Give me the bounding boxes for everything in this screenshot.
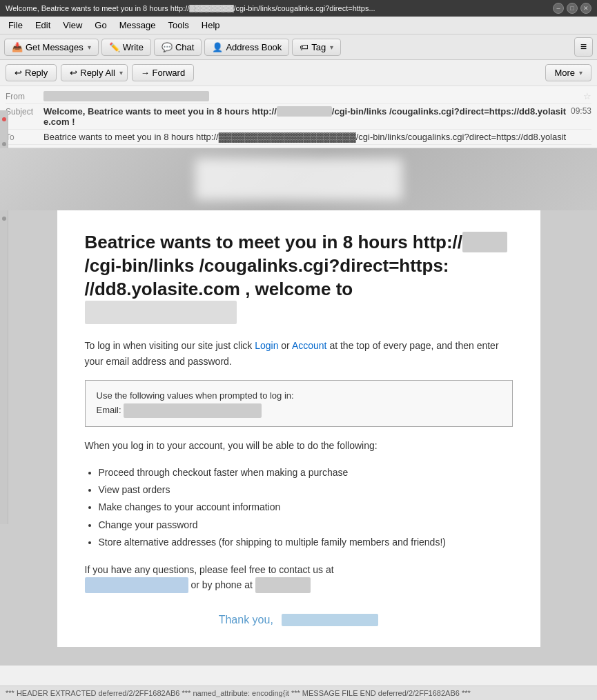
minimize-button[interactable]: – bbox=[553, 3, 564, 14]
email-heading: Beatrice wants to meet you in 8 hours ht… bbox=[85, 231, 513, 324]
email-banner bbox=[0, 148, 597, 210]
menu-bar: File Edit View Go Message Tools Help bbox=[0, 17, 597, 34]
para3-text: If you have any questions, please feel f… bbox=[85, 564, 334, 575]
subject-row: Subject Welcome, Beatrice wants to meet … bbox=[6, 104, 591, 130]
heading-blur2 bbox=[85, 301, 237, 324]
star-icon[interactable]: ☆ bbox=[583, 91, 591, 101]
title-bar: Welcome, Beatrice wants to meet you in 8… bbox=[0, 0, 597, 17]
tag-icon: 🏷 bbox=[300, 42, 309, 52]
email-time: 09:53 bbox=[571, 106, 591, 116]
heading-blur1 bbox=[462, 232, 507, 252]
status-bar: *** HEADER EXTRACTED deferred/2/2FF1682A… bbox=[0, 686, 597, 700]
thank-you-name-blur bbox=[282, 614, 378, 626]
tag-button[interactable]: 🏷 Tag ▾ bbox=[292, 39, 341, 56]
features-list: Proceed through checkout faster when mak… bbox=[99, 464, 513, 551]
forward-button[interactable]: → Forward bbox=[132, 64, 194, 81]
write-icon: ✏️ bbox=[109, 42, 120, 52]
address-book-icon: 👤 bbox=[212, 42, 223, 52]
address-book-label: Address Book bbox=[226, 42, 282, 52]
strip-dot-5 bbox=[2, 217, 6, 221]
list-item: Proceed through checkout faster when mak… bbox=[99, 464, 513, 481]
reply-button[interactable]: ↩ Reply bbox=[6, 64, 57, 81]
login-box: Use the following values when prompted t… bbox=[85, 380, 513, 427]
para1-or: or bbox=[278, 340, 291, 351]
account-link[interactable]: Account bbox=[292, 340, 327, 351]
write-label: Write bbox=[123, 42, 144, 52]
contact-link[interactable] bbox=[85, 579, 188, 590]
maximize-button[interactable]: □ bbox=[567, 3, 578, 14]
email-blur bbox=[124, 403, 262, 418]
strip-dot-2 bbox=[2, 142, 6, 146]
write-button[interactable]: ✏️ Write bbox=[101, 39, 151, 56]
para-login: To log in when visiting our site just cl… bbox=[85, 338, 513, 369]
phone-blur bbox=[255, 577, 311, 592]
contact-link-blur bbox=[85, 577, 188, 592]
from-label: From bbox=[6, 91, 43, 101]
action-row: ↩ Reply ↩ Reply All ▾ → Forward More ▾ bbox=[0, 60, 597, 86]
para1-text: To log in when visiting our site just cl… bbox=[85, 340, 255, 351]
toolbar: 📥 Get Messages ▾ ✏️ Write 💬 Chat 👤 Addre… bbox=[0, 34, 597, 60]
menu-edit[interactable]: Edit bbox=[30, 18, 56, 32]
close-button[interactable]: ✕ bbox=[580, 3, 591, 14]
subject-blur1 bbox=[277, 106, 332, 117]
login-box-line1: Use the following values when prompted t… bbox=[97, 389, 501, 403]
to-value: Beatrice wants to meet you in 8 hours ht… bbox=[43, 132, 591, 142]
forward-label: → Forward bbox=[141, 68, 185, 78]
strip-dot-1 bbox=[2, 117, 6, 121]
tag-dropdown-arrow: ▾ bbox=[330, 43, 333, 51]
thank-you-text: Thank you, bbox=[219, 614, 273, 626]
hamburger-menu-button[interactable]: ≡ bbox=[574, 37, 593, 57]
chat-label: Chat bbox=[175, 42, 194, 52]
more-dropdown-arrow: ▾ bbox=[579, 69, 583, 77]
menu-help[interactable]: Help bbox=[196, 18, 226, 32]
reply-all-dropdown-arrow: ▾ bbox=[119, 69, 123, 77]
reply-all-label: Reply All bbox=[80, 68, 115, 78]
menu-go[interactable]: Go bbox=[89, 18, 112, 32]
more-button[interactable]: More ▾ bbox=[545, 64, 591, 81]
get-messages-label: Get Messages bbox=[26, 42, 84, 52]
list-item: Change your password bbox=[99, 517, 513, 534]
subject-value: Welcome, Beatrice wants to meet you in 8… bbox=[43, 106, 571, 127]
menu-view[interactable]: View bbox=[57, 18, 88, 32]
menu-tools[interactable]: Tools bbox=[162, 18, 194, 32]
reply-label: Reply bbox=[25, 68, 48, 78]
para3: If you have any questions, please feel f… bbox=[85, 562, 513, 593]
status-text: *** HEADER EXTRACTED deferred/2/2FF1682A… bbox=[6, 689, 471, 697]
tag-label: Tag bbox=[311, 42, 326, 52]
reply-all-icon: ↩ bbox=[70, 68, 77, 78]
login-link[interactable]: Login bbox=[255, 340, 278, 351]
email-body: Beatrice wants to meet you in 8 hours ht… bbox=[57, 210, 540, 647]
hamburger-icon: ≡ bbox=[580, 41, 587, 52]
get-messages-button[interactable]: 📥 Get Messages ▾ bbox=[4, 39, 99, 56]
para2: When you log in to your account, you wil… bbox=[85, 438, 513, 453]
para3-rest: or by phone at bbox=[190, 579, 310, 590]
reply-all-button[interactable]: ↩ Reply All ▾ bbox=[61, 64, 128, 81]
address-book-button[interactable]: 👤 Address Book bbox=[204, 39, 289, 56]
from-blur bbox=[43, 91, 209, 101]
to-label: To bbox=[6, 132, 43, 142]
list-item: View past orders bbox=[99, 481, 513, 499]
subject-label: Subject bbox=[6, 106, 43, 117]
chat-icon: 💬 bbox=[162, 42, 173, 52]
menu-message[interactable]: Message bbox=[114, 18, 162, 32]
get-messages-dropdown-arrow: ▾ bbox=[88, 43, 91, 51]
window-title: Welcome, Beatrice wants to meet you in 8… bbox=[6, 4, 553, 12]
list-item: Make changes to your account information bbox=[99, 499, 513, 516]
email-meta: From ☆ Subject Welcome, Beatrice wants t… bbox=[0, 86, 597, 148]
reply-icon: ↩ bbox=[14, 68, 22, 78]
list-item: Store alternative addresses (for shippin… bbox=[99, 534, 513, 551]
more-label: More bbox=[554, 68, 575, 78]
to-row: To Beatrice wants to meet you in 8 hours… bbox=[6, 130, 591, 145]
login-box-line2: Email: bbox=[97, 403, 501, 418]
email-header-area: ↩ Reply ↩ Reply All ▾ → Forward More ▾ F… bbox=[0, 60, 597, 148]
thank-you-section: Thank you, bbox=[85, 614, 513, 626]
from-row: From ☆ bbox=[6, 89, 591, 104]
window-controls: – □ ✕ bbox=[553, 3, 591, 14]
chat-button[interactable]: 💬 Chat bbox=[154, 39, 202, 56]
menu-file[interactable]: File bbox=[3, 18, 28, 32]
get-messages-icon: 📥 bbox=[12, 42, 23, 52]
from-value bbox=[43, 91, 580, 101]
main-content: Beatrice wants to meet you in 8 hours ht… bbox=[0, 148, 597, 666]
banner-blur bbox=[195, 159, 402, 200]
